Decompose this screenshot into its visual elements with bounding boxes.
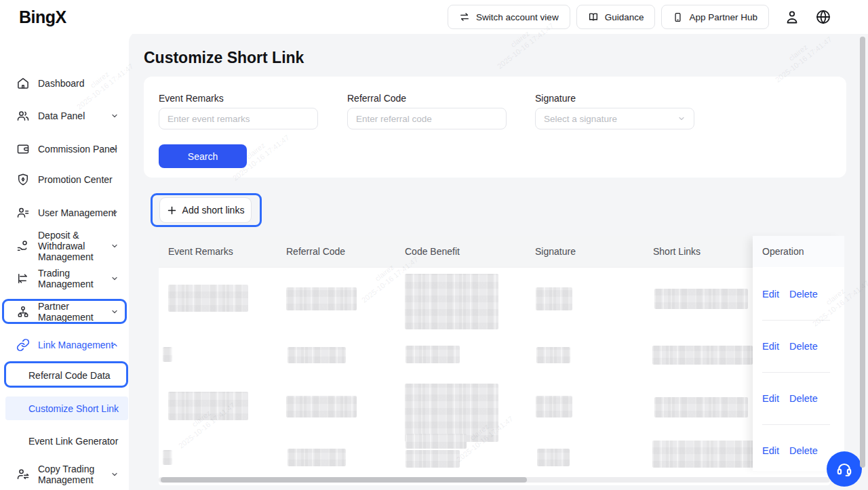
column-header-signature: Signature [535,236,576,267]
chevron-down-icon [111,274,119,283]
hand-coin-icon [16,239,30,253]
sidebar-item-label: Data Panel [38,110,121,121]
account-icon[interactable] [784,9,800,25]
column-header-short-links: Short Links [653,236,701,267]
plus-icon [167,205,177,216]
delete-link[interactable]: Delete [789,393,818,404]
home-icon [16,77,30,90]
horizontal-scrollbar-track[interactable] [159,477,830,483]
sidebar-item-link-management[interactable]: Link Management [0,333,129,357]
table-row-operations: Edit Delete [762,289,837,300]
chevron-down-icon [111,209,119,217]
redacted-cell [654,289,748,309]
table-row-operations: Edit Delete [762,445,837,456]
edit-link[interactable]: Edit [762,393,779,404]
sidebar-item-dashboard[interactable]: Dashboard [0,71,129,96]
horizontal-scrollbar-thumb[interactable] [161,477,527,483]
redacted-cell [536,396,572,417]
redacted-cell [652,441,754,468]
redacted-cell [406,346,460,363]
org-chart-icon [16,305,30,319]
sidebar-item-label: Trading Management [38,268,121,289]
row-divider [762,372,830,373]
sidebar-item-partner-management[interactable]: Partner Management [0,301,129,323]
sidebar-item-user-management[interactable]: User Management [0,201,129,225]
delete-link[interactable]: Delete [789,289,818,300]
user-list-icon [16,206,30,220]
add-short-links-button[interactable]: Add short links [159,197,252,223]
operation-column: Operation Edit Delete Edit Delete Edit D… [753,236,844,471]
search-button[interactable]: Search [159,144,247,168]
support-fab-button[interactable] [827,451,862,487]
guidance-label: Guidance [605,12,644,22]
edit-link[interactable]: Edit [762,341,779,352]
chevron-down-icon [111,145,119,153]
sidebar-item-event-link-generator[interactable]: Event Link Generator [0,433,129,449]
chevron-down-icon [111,308,119,316]
sidebar-subitem-label: Customize Short Link [28,403,123,414]
topbar-actions: Switch account view Guidance App Partner… [441,5,831,29]
sidebar: Dashboard Data Panel Commission Panel Pr… [0,34,129,490]
bingx-logo[interactable]: BingX [19,7,66,27]
vertical-scrollbar-thumb[interactable] [860,37,865,468]
row-divider [762,424,830,425]
sidebar-subitem-label: Referral Code Data [28,370,123,381]
signature-label: Signature [535,93,576,104]
switch-account-view-label: Switch account view [476,12,559,22]
chevron-down-icon [111,112,119,120]
event-remarks-label: Event Remarks [159,93,224,104]
table-header: Event Remarks Referral Code Code Benefit… [159,236,830,267]
sidebar-item-customize-short-link[interactable]: Customize Short Link [0,396,129,420]
page-title: Customize Short Link [144,49,304,67]
shield-badge-icon [16,173,30,186]
wallet-icon [16,142,30,156]
redacted-cell [536,347,570,363]
row-divider [762,320,830,321]
sidebar-item-deposit-withdrawal-management[interactable]: Deposit & Withdrawal Management [0,230,129,262]
switch-account-view-button[interactable]: Switch account view [448,5,570,29]
redacted-cell [168,285,248,312]
event-remarks-input[interactable] [159,108,318,129]
sidebar-item-trading-management[interactable]: Trading Management [0,268,129,289]
delete-link[interactable]: Delete [789,341,818,352]
redacted-cell [537,449,570,466]
guidance-button[interactable]: Guidance [576,5,656,29]
redacted-cell [406,450,460,468]
language-globe-icon[interactable] [815,9,831,25]
signature-select[interactable]: Select a signature [535,108,694,129]
add-short-links-label: Add short links [182,205,245,216]
table-row-operations: Edit Delete [762,393,837,404]
redacted-cell [406,434,467,449]
column-header-operation: Operation [753,236,844,267]
topbar: BingX Switch account view Guidance App P… [0,0,868,34]
sidebar-item-label: Copy Trading Management [38,464,121,485]
sidebar-item-promotion-center[interactable]: Promotion Center [0,167,129,192]
sidebar-item-label: Deposit & Withdrawal Management [38,230,121,262]
edit-link[interactable]: Edit [762,445,779,456]
column-header-code-benefit: Code Benefit [405,236,460,267]
users-icon [16,109,30,123]
phone-icon [673,12,683,22]
referral-code-input[interactable] [347,108,507,129]
sidebar-item-label: Partner Management [38,301,121,323]
column-header-referral-code: Referral Code [286,236,345,267]
chevron-up-icon [111,341,119,349]
sidebar-item-data-panel[interactable]: Data Panel [0,104,129,128]
redacted-cell [536,287,572,310]
app-partner-hub-label: App Partner Hub [689,12,757,22]
redacted-cell [654,397,748,417]
link-icon [16,338,30,352]
signature-select-placeholder: Select a signature [544,114,617,124]
delete-link[interactable]: Delete [789,445,818,456]
chevron-down-icon [111,242,119,250]
sidebar-item-referral-code-data[interactable]: Referral Code Data [0,367,129,384]
sidebar-item-copy-trading-management[interactable]: Copy Trading Management [0,464,129,485]
edit-link[interactable]: Edit [762,289,779,300]
referral-code-label: Referral Code [347,93,406,104]
redacted-cell [286,287,357,310]
sidebar-item-commission-panel[interactable]: Commission Panel [0,137,129,161]
swap-arrows-icon [459,12,470,22]
chevron-down-icon [111,470,119,478]
sidebar-item-label: User Management [38,207,121,218]
app-partner-hub-button[interactable]: App Partner Hub [661,5,769,29]
